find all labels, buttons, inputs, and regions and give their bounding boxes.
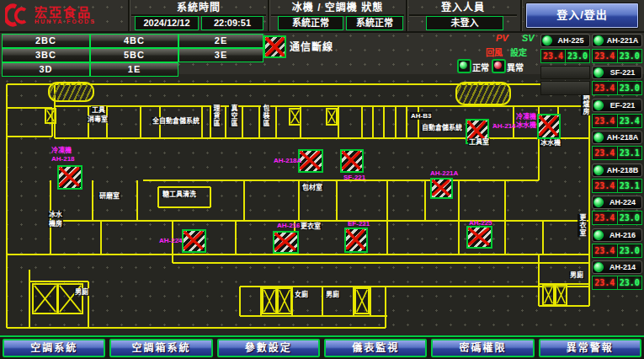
room-label: 全自動倉儲系統 bbox=[152, 117, 200, 125]
unit-temps-ah-218b: 23.423.1 bbox=[592, 179, 642, 193]
equipment-label: 冷凍機 bbox=[515, 113, 537, 121]
unit-comm-error-icon[interactable] bbox=[466, 226, 492, 249]
unit-plate-ah-224[interactable]: AH-224 bbox=[592, 196, 642, 209]
unit-sv-value: 23.0 bbox=[618, 82, 642, 94]
equipment-label: AH-224 bbox=[158, 237, 184, 244]
equipment-label: AH-225 bbox=[468, 219, 493, 227]
stairs-icon bbox=[555, 284, 567, 306]
nav-alarm-button[interactable]: 異常警報 bbox=[539, 339, 641, 357]
floor-button-2e[interactable]: 2E bbox=[178, 34, 263, 48]
room-label: 冰水 bbox=[48, 211, 63, 218]
elevator-icon bbox=[48, 82, 94, 102]
pv-header: PV bbox=[496, 33, 508, 43]
sv-header: SV bbox=[522, 33, 535, 43]
empty-plate bbox=[540, 81, 590, 95]
system-time-value: 22:09:51 bbox=[201, 16, 263, 30]
room-label: 真空區 bbox=[229, 104, 238, 127]
login-logout-button[interactable]: 登入/登出 bbox=[525, 3, 639, 29]
unit-temps-ah-214: 23.423.0 bbox=[592, 276, 642, 290]
floor-button-1e[interactable]: 1E bbox=[90, 62, 178, 77]
normal-label: 正常 bbox=[472, 61, 489, 73]
equipment-label: AH-218A bbox=[273, 157, 302, 164]
stairs-icon bbox=[354, 287, 370, 314]
room-label: 男廁 bbox=[569, 271, 584, 279]
room-label: 更衣室 bbox=[300, 222, 322, 230]
header-divider bbox=[128, 0, 130, 31]
room-label: 包材室 bbox=[301, 184, 323, 191]
equipment-label: AH-221A bbox=[429, 169, 459, 177]
room-label: 男廁 bbox=[74, 288, 89, 296]
equipment-label: 冷凍機 bbox=[51, 147, 72, 154]
unit-run-led-icon bbox=[542, 35, 552, 46]
unit-name: AH-216 bbox=[604, 231, 641, 239]
equipment-label: AH-218 bbox=[51, 155, 76, 163]
nav-password-permission-button[interactable]: 密碼權限 bbox=[431, 339, 534, 357]
unit-name: AH-221A bbox=[604, 36, 641, 45]
nav-ahu-system-button[interactable]: 空調箱系統 bbox=[109, 339, 212, 357]
floor-button-3e[interactable]: 3E bbox=[178, 48, 263, 62]
unit-sv-value: 23.0 bbox=[618, 244, 642, 257]
unit-pv-value: 23.4 bbox=[593, 115, 617, 127]
floor-button-3bc[interactable]: 3BC bbox=[2, 48, 90, 62]
header-divider bbox=[268, 0, 269, 31]
bottom-nav-bar: 空調系統 空調箱系統 參數設定 儀表監視 密碼權限 異常警報 bbox=[0, 335, 644, 359]
system-date-value: 2024/12/12 bbox=[135, 16, 199, 30]
unit-plate-ah-216[interactable]: AH-216 bbox=[592, 228, 642, 242]
unit-comm-error-icon[interactable] bbox=[340, 149, 364, 173]
unit-plate-ah-221a[interactable]: AH-221A bbox=[592, 34, 642, 47]
header-divider bbox=[520, 0, 522, 31]
logo-text: 宏亞食品 bbox=[35, 6, 96, 19]
floor-button-3d[interactable]: 3D bbox=[2, 62, 90, 77]
room-label: 工具室 bbox=[468, 138, 490, 146]
chiller-status-value: 系統正常 bbox=[278, 16, 343, 30]
unit-comm-error-icon[interactable] bbox=[430, 178, 453, 199]
room-label: 鍋爐房 bbox=[581, 93, 590, 115]
room-label: 男廁 bbox=[325, 291, 340, 298]
nav-meter-monitor-button[interactable]: 儀表監視 bbox=[324, 339, 427, 357]
unit-temps-ah-216: 23.423.0 bbox=[592, 244, 642, 258]
room-label: 糖工具清洗 bbox=[162, 190, 197, 198]
unit-plate-sf-221[interactable]: SF-221 bbox=[592, 66, 642, 79]
floor-button-4bc[interactable]: 4BC bbox=[90, 34, 178, 48]
unit-name: AH-225 bbox=[552, 36, 589, 45]
unit-plate-ah-218b[interactable]: AH-218B bbox=[592, 163, 642, 177]
unit-comm-error-icon[interactable] bbox=[273, 231, 299, 254]
unit-run-led-icon bbox=[593, 165, 604, 175]
stairs-icon bbox=[262, 287, 277, 314]
unit-name: AH-218B bbox=[604, 166, 641, 174]
logo-icon bbox=[5, 3, 30, 28]
unit-sv-value: 23.1 bbox=[618, 147, 642, 159]
unit-sv-value: 23.4 bbox=[618, 115, 642, 127]
normal-lamp-icon bbox=[457, 59, 471, 73]
floor-button-2bc[interactable]: 2BC bbox=[2, 34, 90, 48]
unit-name: EF-221 bbox=[604, 101, 641, 110]
unit-pv-value: 23.4 bbox=[541, 50, 565, 62]
equipment-label: 冰水機 bbox=[515, 121, 537, 129]
unit-temps-ef-221: 23.423.4 bbox=[592, 114, 642, 128]
unit-plate-ah-225[interactable]: AH-225 bbox=[540, 34, 590, 47]
nav-parameter-settings-button[interactable]: 參數設定 bbox=[217, 339, 320, 357]
comm-error-icon bbox=[263, 35, 286, 58]
equipment-label: AH-214 bbox=[492, 122, 517, 130]
floor-button-5bc[interactable]: 5BC bbox=[90, 48, 178, 62]
unit-comm-error-icon[interactable] bbox=[537, 114, 561, 139]
company-logo: 宏亞食品 HUNYA FOODS bbox=[5, 3, 96, 28]
unit-name: AH-224 bbox=[604, 198, 641, 206]
stairs-icon bbox=[289, 108, 301, 126]
unit-plate-ah-214[interactable]: AH-214 bbox=[592, 260, 642, 274]
unit-run-led-icon bbox=[593, 132, 604, 142]
unit-pv-value: 23.4 bbox=[593, 276, 617, 289]
unit-temps-ah-218a: 23.423.1 bbox=[592, 146, 642, 160]
unit-comm-error-icon[interactable] bbox=[344, 228, 368, 253]
unit-comm-error-icon[interactable] bbox=[57, 165, 82, 190]
unit-pv-value: 23.4 bbox=[593, 50, 617, 62]
unit-pv-value: 23.4 bbox=[593, 212, 617, 224]
nav-ac-system-button[interactable]: 空調系統 bbox=[3, 339, 105, 357]
room-label: 包裝區 bbox=[261, 104, 270, 127]
unit-comm-error-icon[interactable] bbox=[182, 229, 206, 253]
unit-pv-value: 23.4 bbox=[593, 180, 617, 192]
unit-plate-ef-221[interactable]: EF-221 bbox=[592, 99, 642, 112]
room-label: AH-B3 bbox=[410, 112, 432, 120]
unit-plate-ah-218a[interactable]: AH-218A bbox=[592, 131, 642, 144]
unit-sv-value: 23.0 bbox=[618, 276, 642, 289]
